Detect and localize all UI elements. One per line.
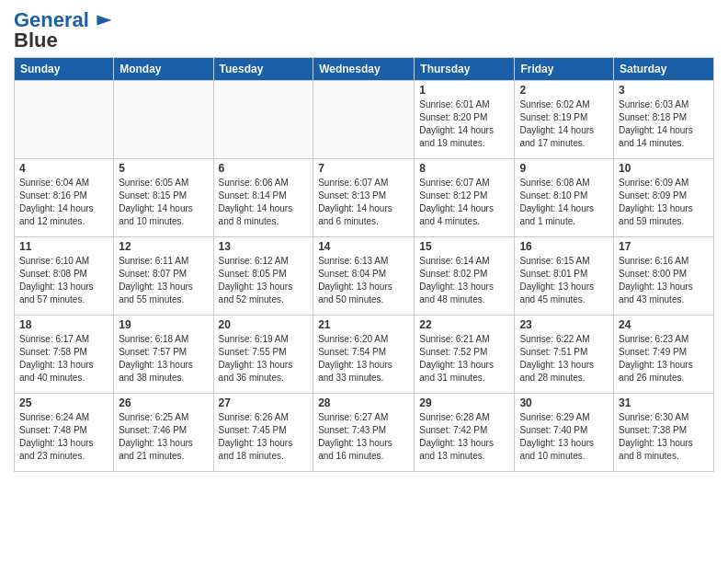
calendar-cell: 10Sunrise: 6:09 AM Sunset: 8:09 PM Dayli… bbox=[614, 159, 714, 237]
calendar-week-1: 1Sunrise: 6:01 AM Sunset: 8:20 PM Daylig… bbox=[15, 81, 714, 159]
weekday-header-saturday: Saturday bbox=[614, 58, 714, 81]
day-info: Sunrise: 6:25 AM Sunset: 7:46 PM Dayligh… bbox=[119, 411, 208, 463]
calendar-cell: 24Sunrise: 6:23 AM Sunset: 7:49 PM Dayli… bbox=[614, 316, 714, 394]
weekday-header-tuesday: Tuesday bbox=[213, 58, 313, 81]
day-info: Sunrise: 6:12 AM Sunset: 8:05 PM Dayligh… bbox=[219, 255, 309, 306]
day-info: Sunrise: 6:16 AM Sunset: 8:00 PM Dayligh… bbox=[619, 255, 709, 306]
calendar-cell: 1Sunrise: 6:01 AM Sunset: 8:20 PM Daylig… bbox=[415, 81, 515, 159]
day-info: Sunrise: 6:11 AM Sunset: 8:07 PM Dayligh… bbox=[119, 255, 208, 306]
day-info: Sunrise: 6:06 AM Sunset: 8:14 PM Dayligh… bbox=[219, 177, 309, 228]
calendar-cell: 16Sunrise: 6:15 AM Sunset: 8:01 PM Dayli… bbox=[515, 237, 614, 316]
day-info: Sunrise: 6:26 AM Sunset: 7:45 PM Dayligh… bbox=[219, 411, 309, 463]
day-number: 24 bbox=[619, 318, 709, 331]
calendar-header-row: SundayMondayTuesdayWednesdayThursdayFrid… bbox=[15, 58, 714, 81]
calendar-cell: 27Sunrise: 6:26 AM Sunset: 7:45 PM Dayli… bbox=[213, 394, 313, 472]
day-info: Sunrise: 6:19 AM Sunset: 7:55 PM Dayligh… bbox=[219, 333, 309, 385]
day-number: 4 bbox=[19, 162, 108, 175]
calendar-table: SundayMondayTuesdayWednesdayThursdayFrid… bbox=[14, 57, 714, 472]
day-number: 25 bbox=[19, 396, 108, 409]
calendar-cell: 28Sunrise: 6:27 AM Sunset: 7:43 PM Dayli… bbox=[313, 394, 415, 472]
calendar-cell: 6Sunrise: 6:06 AM Sunset: 8:14 PM Daylig… bbox=[213, 159, 313, 237]
calendar-cell: 4Sunrise: 6:04 AM Sunset: 8:16 PM Daylig… bbox=[15, 159, 114, 237]
day-info: Sunrise: 6:07 AM Sunset: 8:12 PM Dayligh… bbox=[419, 177, 509, 228]
logo-blue: Blue bbox=[14, 29, 58, 52]
logo: General Blue bbox=[14, 9, 113, 52]
calendar-cell: 2Sunrise: 6:02 AM Sunset: 8:19 PM Daylig… bbox=[515, 81, 614, 159]
day-number: 6 bbox=[219, 162, 309, 175]
weekday-header-monday: Monday bbox=[114, 58, 213, 81]
page: General Blue SundayMondayTuesdayWednesda… bbox=[0, 0, 728, 481]
day-number: 14 bbox=[318, 240, 409, 253]
day-info: Sunrise: 6:27 AM Sunset: 7:43 PM Dayligh… bbox=[318, 411, 409, 463]
day-number: 12 bbox=[119, 240, 208, 253]
calendar-cell: 30Sunrise: 6:29 AM Sunset: 7:40 PM Dayli… bbox=[515, 394, 614, 472]
day-number: 5 bbox=[119, 162, 208, 175]
calendar-cell: 7Sunrise: 6:07 AM Sunset: 8:13 PM Daylig… bbox=[313, 159, 415, 237]
day-number: 8 bbox=[419, 162, 509, 175]
calendar-cell: 23Sunrise: 6:22 AM Sunset: 7:51 PM Dayli… bbox=[515, 316, 614, 394]
day-info: Sunrise: 6:02 AM Sunset: 8:19 PM Dayligh… bbox=[519, 98, 609, 150]
day-number: 11 bbox=[19, 240, 108, 253]
calendar-cell: 18Sunrise: 6:17 AM Sunset: 7:58 PM Dayli… bbox=[15, 316, 114, 394]
day-number: 22 bbox=[419, 318, 509, 331]
day-info: Sunrise: 6:20 AM Sunset: 7:54 PM Dayligh… bbox=[318, 333, 409, 385]
day-info: Sunrise: 6:07 AM Sunset: 8:13 PM Dayligh… bbox=[318, 177, 409, 228]
day-number: 20 bbox=[219, 318, 309, 331]
svg-marker-0 bbox=[97, 15, 111, 25]
day-number: 21 bbox=[318, 318, 409, 331]
day-number: 15 bbox=[419, 240, 509, 253]
day-info: Sunrise: 6:01 AM Sunset: 8:20 PM Dayligh… bbox=[419, 98, 509, 150]
day-info: Sunrise: 6:24 AM Sunset: 7:48 PM Dayligh… bbox=[19, 411, 108, 463]
calendar-cell: 8Sunrise: 6:07 AM Sunset: 8:12 PM Daylig… bbox=[415, 159, 515, 237]
weekday-header-sunday: Sunday bbox=[15, 58, 114, 81]
calendar-cell: 19Sunrise: 6:18 AM Sunset: 7:57 PM Dayli… bbox=[114, 316, 213, 394]
calendar-cell: 15Sunrise: 6:14 AM Sunset: 8:02 PM Dayli… bbox=[415, 237, 515, 316]
day-info: Sunrise: 6:13 AM Sunset: 8:04 PM Dayligh… bbox=[318, 255, 409, 306]
day-number: 1 bbox=[419, 84, 509, 97]
calendar-cell bbox=[313, 81, 415, 159]
day-number: 26 bbox=[119, 396, 208, 409]
day-number: 13 bbox=[219, 240, 309, 253]
calendar-cell: 26Sunrise: 6:25 AM Sunset: 7:46 PM Dayli… bbox=[114, 394, 213, 472]
day-number: 18 bbox=[19, 318, 108, 331]
calendar-cell: 13Sunrise: 6:12 AM Sunset: 8:05 PM Dayli… bbox=[213, 237, 313, 316]
calendar-cell: 25Sunrise: 6:24 AM Sunset: 7:48 PM Dayli… bbox=[15, 394, 114, 472]
day-info: Sunrise: 6:21 AM Sunset: 7:52 PM Dayligh… bbox=[419, 333, 509, 385]
day-info: Sunrise: 6:29 AM Sunset: 7:40 PM Dayligh… bbox=[519, 411, 609, 463]
day-number: 9 bbox=[519, 162, 609, 175]
day-number: 28 bbox=[318, 396, 409, 409]
weekday-header-friday: Friday bbox=[515, 58, 614, 81]
day-number: 19 bbox=[119, 318, 208, 331]
calendar-cell: 31Sunrise: 6:30 AM Sunset: 7:38 PM Dayli… bbox=[614, 394, 714, 472]
day-number: 31 bbox=[619, 396, 709, 409]
day-info: Sunrise: 6:28 AM Sunset: 7:42 PM Dayligh… bbox=[419, 411, 509, 463]
calendar-cell bbox=[213, 81, 313, 159]
calendar-cell: 12Sunrise: 6:11 AM Sunset: 8:07 PM Dayli… bbox=[114, 237, 213, 316]
day-number: 23 bbox=[519, 318, 609, 331]
day-info: Sunrise: 6:04 AM Sunset: 8:16 PM Dayligh… bbox=[19, 177, 108, 228]
calendar-cell bbox=[15, 81, 114, 159]
day-number: 3 bbox=[619, 84, 709, 97]
calendar-cell: 3Sunrise: 6:03 AM Sunset: 8:18 PM Daylig… bbox=[614, 81, 714, 159]
day-info: Sunrise: 6:22 AM Sunset: 7:51 PM Dayligh… bbox=[519, 333, 609, 385]
header: General Blue bbox=[14, 9, 714, 52]
calendar-cell: 11Sunrise: 6:10 AM Sunset: 8:08 PM Dayli… bbox=[15, 237, 114, 316]
calendar-cell: 17Sunrise: 6:16 AM Sunset: 8:00 PM Dayli… bbox=[614, 237, 714, 316]
day-info: Sunrise: 6:15 AM Sunset: 8:01 PM Dayligh… bbox=[519, 255, 609, 306]
calendar-cell: 5Sunrise: 6:05 AM Sunset: 8:15 PM Daylig… bbox=[114, 159, 213, 237]
calendar-week-2: 4Sunrise: 6:04 AM Sunset: 8:16 PM Daylig… bbox=[15, 159, 714, 237]
day-info: Sunrise: 6:30 AM Sunset: 7:38 PM Dayligh… bbox=[619, 411, 709, 463]
day-number: 2 bbox=[519, 84, 609, 97]
day-number: 27 bbox=[219, 396, 309, 409]
day-info: Sunrise: 6:10 AM Sunset: 8:08 PM Dayligh… bbox=[19, 255, 108, 306]
weekday-header-thursday: Thursday bbox=[415, 58, 515, 81]
calendar-week-5: 25Sunrise: 6:24 AM Sunset: 7:48 PM Dayli… bbox=[15, 394, 714, 472]
day-info: Sunrise: 6:14 AM Sunset: 8:02 PM Dayligh… bbox=[419, 255, 509, 306]
calendar-cell: 14Sunrise: 6:13 AM Sunset: 8:04 PM Dayli… bbox=[313, 237, 415, 316]
day-number: 10 bbox=[619, 162, 709, 175]
calendar-cell: 21Sunrise: 6:20 AM Sunset: 7:54 PM Dayli… bbox=[313, 316, 415, 394]
calendar-cell: 20Sunrise: 6:19 AM Sunset: 7:55 PM Dayli… bbox=[213, 316, 313, 394]
day-info: Sunrise: 6:18 AM Sunset: 7:57 PM Dayligh… bbox=[119, 333, 208, 385]
day-number: 17 bbox=[619, 240, 709, 253]
calendar-week-4: 18Sunrise: 6:17 AM Sunset: 7:58 PM Dayli… bbox=[15, 316, 714, 394]
